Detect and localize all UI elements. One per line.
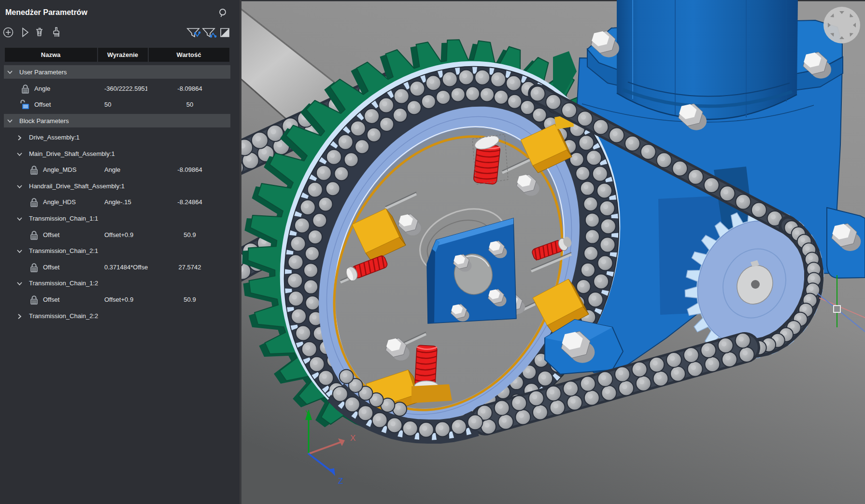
- svg-text:X: X: [350, 434, 355, 443]
- svg-text:Z: Z: [338, 476, 343, 486]
- svg-text:Y: Y: [305, 409, 310, 417]
